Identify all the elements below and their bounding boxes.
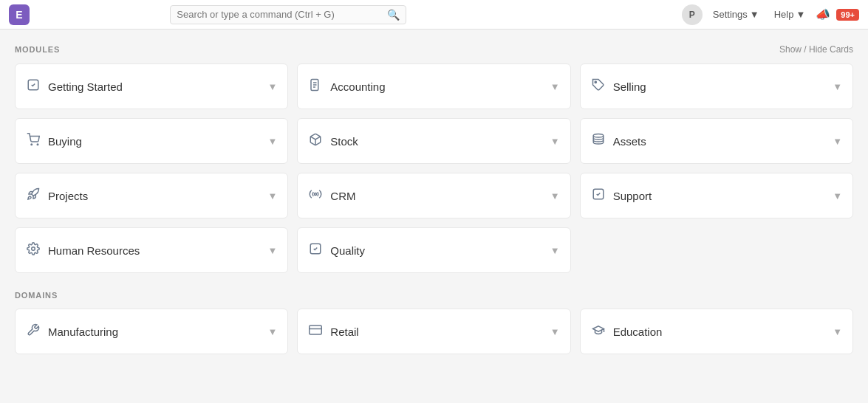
settings-label: Settings bbox=[713, 9, 748, 20]
quality-label: Quality bbox=[330, 244, 365, 257]
card-selling[interactable]: Selling ▼ bbox=[580, 63, 853, 109]
help-button[interactable]: Help ▼ bbox=[770, 7, 810, 22]
domains-header: DOMAINS bbox=[15, 291, 853, 300]
card-buying[interactable]: Buying ▼ bbox=[15, 118, 288, 164]
education-icon bbox=[591, 323, 606, 340]
notification-icon[interactable]: 📣 bbox=[816, 7, 830, 21]
card-education[interactable]: Education ▼ bbox=[580, 309, 853, 354]
card-left-stock: Stock bbox=[308, 133, 358, 149]
search-icon: 🔍 bbox=[387, 9, 400, 21]
assets-chevron-icon: ▼ bbox=[833, 136, 842, 147]
svg-point-7 bbox=[37, 144, 38, 145]
human-resources-icon bbox=[26, 242, 41, 258]
quality-chevron-icon: ▼ bbox=[550, 245, 560, 256]
notification-badge: 99+ bbox=[836, 9, 859, 21]
stock-chevron-icon: ▼ bbox=[550, 136, 560, 147]
assets-label: Assets bbox=[613, 135, 646, 148]
projects-label: Projects bbox=[48, 190, 88, 202]
human-resources-label: Human Resources bbox=[48, 244, 140, 257]
support-label: Support bbox=[613, 190, 652, 202]
card-left-retail: Retail bbox=[308, 323, 358, 340]
card-assets[interactable]: Assets ▼ bbox=[580, 118, 853, 164]
stock-icon bbox=[308, 133, 323, 149]
accounting-icon bbox=[308, 78, 323, 94]
card-manufacturing[interactable]: Manufacturing ▼ bbox=[15, 309, 288, 354]
support-icon bbox=[591, 187, 606, 204]
topbar: E 🔍 P Settings ▼ Help ▼ 📣 99+ bbox=[0, 0, 868, 30]
retail-chevron-icon: ▼ bbox=[550, 326, 560, 337]
crm-label: CRM bbox=[330, 190, 355, 202]
domains-section-label: DOMAINS bbox=[15, 291, 58, 300]
card-left-crm: CRM bbox=[308, 187, 355, 204]
card-stock[interactable]: Stock ▼ bbox=[297, 118, 570, 164]
card-left-education: Education bbox=[591, 323, 663, 340]
help-label: Help bbox=[774, 9, 794, 20]
human-resources-chevron-icon: ▼ bbox=[267, 245, 277, 256]
selling-label: Selling bbox=[613, 80, 646, 93]
projects-icon bbox=[26, 187, 41, 204]
search-input[interactable] bbox=[177, 9, 383, 20]
search-bar[interactable]: 🔍 bbox=[170, 5, 406, 24]
svg-point-6 bbox=[31, 144, 33, 145]
buying-label: Buying bbox=[48, 135, 82, 148]
card-left-getting-started: Getting Started bbox=[26, 78, 123, 94]
card-quality[interactable]: Quality ▼ bbox=[297, 227, 570, 273]
assets-icon bbox=[591, 133, 606, 149]
show-hide-cards-link[interactable]: Show / Hide Cards bbox=[779, 44, 853, 55]
support-chevron-icon: ▼ bbox=[833, 190, 842, 202]
domains-grid: Manufacturing ▼ Retail ▼ Education ▼ bbox=[15, 309, 853, 354]
card-human-resources[interactable]: Human Resources ▼ bbox=[15, 227, 288, 273]
retail-label: Retail bbox=[330, 326, 358, 338]
crm-icon bbox=[308, 187, 323, 204]
card-left-support: Support bbox=[591, 187, 652, 204]
card-left-projects: Projects bbox=[26, 187, 88, 204]
quality-icon bbox=[308, 242, 323, 258]
manufacturing-icon bbox=[26, 323, 41, 340]
selling-chevron-icon: ▼ bbox=[833, 81, 842, 92]
topbar-right: P Settings ▼ Help ▼ 📣 99+ bbox=[682, 4, 859, 25]
settings-chevron-icon: ▼ bbox=[750, 9, 759, 20]
projects-chevron-icon: ▼ bbox=[267, 190, 277, 202]
svg-point-12 bbox=[32, 247, 35, 251]
getting-started-label: Getting Started bbox=[48, 80, 123, 93]
getting-started-icon bbox=[26, 78, 41, 94]
crm-chevron-icon: ▼ bbox=[550, 190, 560, 202]
svg-point-10 bbox=[315, 193, 317, 196]
stock-label: Stock bbox=[330, 135, 358, 148]
svg-rect-14 bbox=[310, 326, 322, 334]
card-getting-started[interactable]: Getting Started ▼ bbox=[15, 63, 288, 109]
card-support[interactable]: Support ▼ bbox=[580, 173, 853, 218]
card-left-buying: Buying bbox=[26, 133, 82, 149]
accounting-chevron-icon: ▼ bbox=[550, 81, 560, 92]
help-chevron-icon: ▼ bbox=[796, 9, 805, 20]
card-left-quality: Quality bbox=[308, 242, 365, 258]
svg-point-5 bbox=[595, 81, 596, 83]
card-left-selling: Selling bbox=[591, 78, 646, 94]
card-left-human-resources: Human Resources bbox=[26, 242, 140, 258]
card-projects[interactable]: Projects ▼ bbox=[15, 173, 288, 218]
buying-chevron-icon: ▼ bbox=[267, 136, 277, 147]
retail-icon bbox=[308, 323, 323, 340]
accounting-label: Accounting bbox=[330, 80, 385, 93]
selling-icon bbox=[591, 78, 606, 94]
manufacturing-chevron-icon: ▼ bbox=[267, 326, 277, 337]
manufacturing-label: Manufacturing bbox=[48, 326, 118, 338]
buying-icon bbox=[26, 133, 41, 149]
education-label: Education bbox=[613, 326, 663, 338]
settings-button[interactable]: Settings ▼ bbox=[708, 7, 764, 22]
card-retail[interactable]: Retail ▼ bbox=[297, 309, 570, 354]
modules-header: MODULES Show / Hide Cards bbox=[15, 44, 853, 55]
card-left-accounting: Accounting bbox=[308, 78, 385, 94]
modules-grid: Getting Started ▼ Accounting ▼ Selling ▼ bbox=[15, 63, 853, 273]
card-empty bbox=[580, 227, 853, 273]
app-icon[interactable]: E bbox=[9, 4, 30, 25]
card-crm[interactable]: CRM ▼ bbox=[297, 173, 570, 218]
card-left-assets: Assets bbox=[591, 133, 646, 149]
education-chevron-icon: ▼ bbox=[833, 326, 842, 337]
getting-started-chevron-icon: ▼ bbox=[267, 81, 277, 92]
svg-point-9 bbox=[593, 134, 604, 138]
main-content: MODULES Show / Hide Cards Getting Starte… bbox=[0, 30, 868, 387]
card-left-manufacturing: Manufacturing bbox=[26, 323, 118, 340]
modules-section-label: MODULES bbox=[15, 45, 60, 54]
card-accounting[interactable]: Accounting ▼ bbox=[297, 63, 570, 109]
